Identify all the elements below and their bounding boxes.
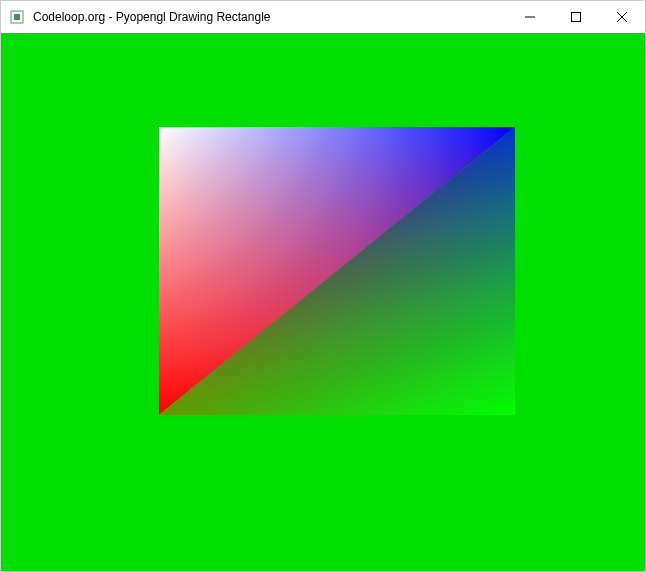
maximize-button[interactable] bbox=[553, 1, 599, 33]
app-icon bbox=[9, 9, 25, 25]
close-button[interactable] bbox=[599, 1, 645, 33]
opengl-canvas bbox=[1, 33, 645, 571]
gradient-rectangle bbox=[159, 127, 515, 415]
titlebar[interactable]: Codeloop.org - Pyopengl Drawing Rectangl… bbox=[1, 1, 645, 33]
svg-rect-3 bbox=[572, 13, 581, 22]
window-controls bbox=[507, 1, 645, 33]
svg-rect-1 bbox=[14, 14, 20, 20]
minimize-button[interactable] bbox=[507, 1, 553, 33]
window-title: Codeloop.org - Pyopengl Drawing Rectangl… bbox=[33, 10, 507, 24]
application-window: Codeloop.org - Pyopengl Drawing Rectangl… bbox=[0, 0, 646, 572]
